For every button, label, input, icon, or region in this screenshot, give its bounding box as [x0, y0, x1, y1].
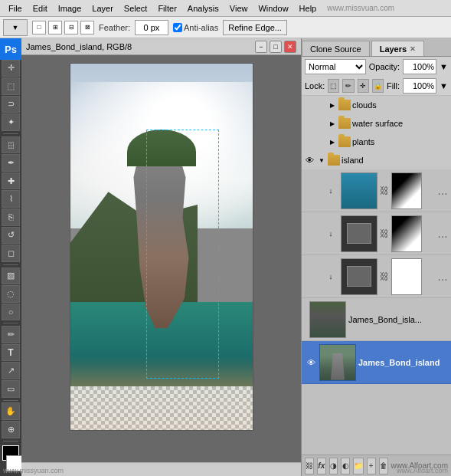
- delete-layer-button[interactable]: 🗑: [379, 458, 388, 474]
- opacity-input[interactable]: [403, 59, 436, 74]
- selection-subtract[interactable]: ⊟: [64, 21, 78, 34]
- menu-help[interactable]: Help: [294, 2, 322, 15]
- group-button[interactable]: 📁: [353, 458, 364, 474]
- selection-new[interactable]: □: [32, 21, 46, 34]
- expand-plants[interactable]: ▶: [328, 137, 337, 146]
- fill-input[interactable]: [403, 78, 436, 94]
- lock-transparent-button[interactable]: ⬚: [328, 79, 339, 93]
- tool-heal[interactable]: ✚: [2, 172, 20, 190]
- tab-layers[interactable]: Layers ✕: [371, 41, 424, 56]
- blend-mode-select[interactable]: Normal: [305, 59, 366, 74]
- layer-eye-plants[interactable]: [303, 136, 315, 148]
- lock-image-button[interactable]: ✏: [342, 79, 354, 93]
- thumb-monitor1: [341, 215, 377, 252]
- layer-eye-water[interactable]: [303, 117, 315, 130]
- folder-icon-island: [328, 155, 340, 166]
- menu-layer[interactable]: Layer: [87, 2, 119, 15]
- lock-all-button[interactable]: 🔒: [372, 79, 384, 93]
- tool-brush[interactable]: ⌇: [2, 190, 20, 208]
- expand-water[interactable]: ▶: [328, 119, 337, 128]
- more-icon-1[interactable]: …: [437, 185, 448, 197]
- tool-gradient[interactable]: ▨: [2, 268, 20, 285]
- tool-eraser[interactable]: ◻: [2, 245, 20, 262]
- tool-pen[interactable]: ✏: [2, 326, 20, 343]
- layer-eye-sub1[interactable]: ↓: [325, 185, 337, 197]
- minimize-button[interactable]: −: [255, 41, 267, 53]
- thumb-mask-3: [391, 258, 422, 295]
- options-bar: ▼ □ ⊞ ⊟ ⊠ Feather: Anti-alias Refine Edg…: [0, 17, 451, 38]
- layer-eye-jb[interactable]: 👁: [305, 356, 317, 369]
- menu-watermark: www.missvuan.com: [322, 2, 400, 14]
- layer-plants[interactable]: ▶ plants: [302, 133, 451, 151]
- tool-crop[interactable]: ⌹: [2, 136, 20, 154]
- tool-clone[interactable]: ⎘: [2, 208, 20, 226]
- tab-close-icon[interactable]: ✕: [410, 45, 416, 53]
- tab-clone-source[interactable]: Clone Source: [302, 41, 370, 56]
- layer-clouds[interactable]: ▶ clouds: [302, 96, 451, 114]
- menu-view[interactable]: View: [224, 2, 253, 15]
- tool-path[interactable]: ↗: [2, 362, 20, 379]
- tool-type[interactable]: T: [2, 344, 20, 362]
- layers-panel: Clone Source Layers ✕ Normal Opacity: ▼ …: [301, 38, 451, 476]
- opacity-arrow[interactable]: ▼: [440, 62, 448, 71]
- tool-lasso2[interactable]: ⊃: [2, 96, 20, 113]
- menu-file[interactable]: File: [3, 2, 28, 15]
- link-icon-1: ⛓: [380, 185, 389, 196]
- tool-dodge[interactable]: ○: [2, 304, 20, 321]
- layer-name-james-bond: James_Bond_island: [358, 358, 448, 367]
- canvas-title: James_Bond_island, RGB/8: [26, 42, 132, 51]
- tool-marquee[interactable]: ⬚: [2, 77, 20, 95]
- layers-list: ▶ clouds ▶ water surface ▶ plants: [302, 96, 451, 455]
- selection-intersect[interactable]: ⊠: [80, 21, 94, 34]
- expand-clouds[interactable]: ▶: [328, 100, 337, 110]
- adjustment-button[interactable]: ◐: [341, 458, 350, 474]
- layer-james-bond-island[interactable]: 👁 James_Bond_island: [302, 341, 451, 384]
- mask-button[interactable]: ◑: [329, 458, 338, 474]
- fill-arrow[interactable]: ▼: [440, 81, 448, 90]
- tool-divider-4: [3, 400, 18, 401]
- sublayer-monitor1[interactable]: ↓ ⛓ …: [302, 212, 451, 255]
- tool-divider-3: [3, 323, 18, 323]
- menu-select[interactable]: Select: [119, 2, 153, 15]
- layer-name-water: water surface: [352, 119, 449, 128]
- layer-eye-sub2[interactable]: ↓: [325, 228, 337, 240]
- expand-island[interactable]: ▼: [317, 156, 326, 165]
- lock-position-button[interactable]: ✛: [358, 79, 369, 93]
- new-layer-button[interactable]: +: [367, 458, 376, 474]
- maximize-button[interactable]: □: [270, 41, 282, 53]
- menu-analysis[interactable]: Analysis: [182, 2, 224, 15]
- antialias-checkbox[interactable]: [173, 23, 182, 32]
- ps-icon: Ps: [0, 38, 21, 60]
- tool-move[interactable]: ✛: [2, 60, 20, 77]
- tool-eyedropper[interactable]: ✒: [2, 154, 20, 172]
- layer-eye-sub3[interactable]: ↓: [325, 271, 337, 283]
- tool-blur[interactable]: ◌: [2, 285, 20, 303]
- layer-eye-island[interactable]: 👁: [303, 154, 315, 166]
- sublayer-monitor2[interactable]: ↓ ⛓ …: [302, 255, 451, 298]
- link-layers-button[interactable]: ⛓: [305, 458, 314, 474]
- feather-input[interactable]: [135, 20, 168, 35]
- more-icon-3[interactable]: …: [437, 271, 448, 283]
- tool-shape[interactable]: ▭: [2, 380, 20, 398]
- layer-island-group[interactable]: 👁 ▼ island: [302, 151, 451, 169]
- layer-eye-clouds[interactable]: [303, 99, 315, 111]
- more-icon-2[interactable]: …: [437, 228, 448, 240]
- menu-window[interactable]: Window: [253, 2, 293, 15]
- layer-style-button[interactable]: fx: [317, 458, 326, 474]
- menu-image[interactable]: Image: [53, 2, 87, 15]
- tool-preset-picker[interactable]: ▼: [3, 19, 28, 36]
- tool-magic-wand[interactable]: ✦: [2, 113, 20, 131]
- refine-edge-button[interactable]: Refine Edge...: [223, 20, 287, 35]
- close-button[interactable]: ✕: [284, 41, 296, 53]
- layer-name-island: island: [342, 156, 449, 165]
- tool-history[interactable]: ↺: [2, 227, 20, 245]
- sublayer-underwater[interactable]: ↓ ⛓ …: [302, 169, 451, 212]
- tool-hand[interactable]: ✋: [2, 402, 20, 420]
- sublayer-james-bond-prev[interactable]: James_Bond_isla...: [302, 298, 451, 341]
- canvas-content[interactable]: [21, 55, 301, 462]
- menu-filter[interactable]: Filter: [152, 2, 181, 15]
- tool-zoom[interactable]: ⊕: [2, 421, 20, 438]
- selection-add[interactable]: ⊞: [48, 21, 62, 34]
- menu-edit[interactable]: Edit: [28, 2, 53, 15]
- layer-water-surface[interactable]: ▶ water surface: [302, 114, 451, 133]
